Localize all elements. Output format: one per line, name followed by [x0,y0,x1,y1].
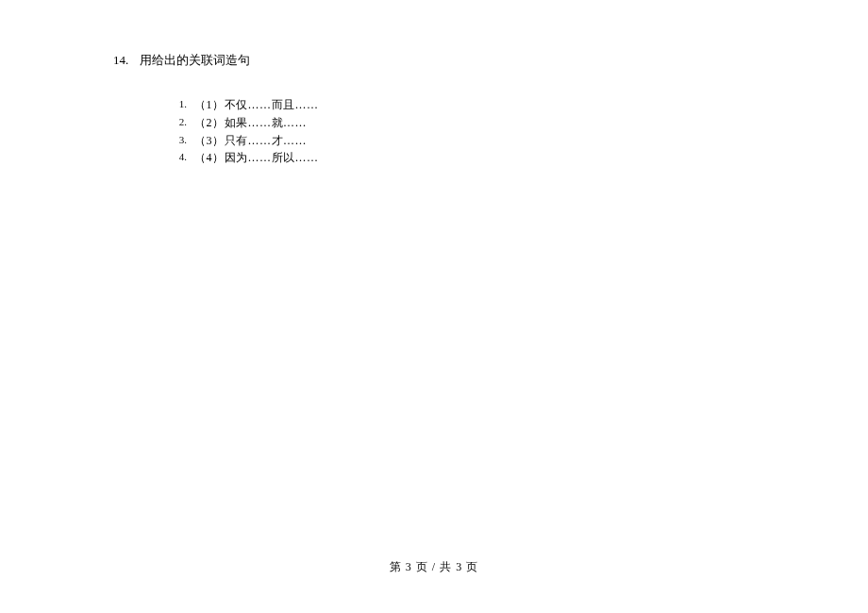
list-text: （4）因为……所以…… [194,150,319,166]
list-marker: 4. [170,150,187,166]
list-text: （3）只有……才…… [194,133,307,149]
list-text: （1）不仅……而且…… [194,97,319,113]
list-text: （2）如果……就…… [194,115,307,131]
list-marker: 3. [170,133,187,149]
list-container: 1. （1）不仅……而且…… 2. （2）如果……就…… 3. （3）只有……才… [113,97,868,166]
question-header: 14. 用给出的关联词造句 [113,52,868,69]
list-item: 1. （1）不仅……而且…… [170,97,868,113]
list-item: 3. （3）只有……才…… [170,133,868,149]
list-item: 2. （2）如果……就…… [170,115,868,131]
list-marker: 1. [170,97,187,113]
question-title: 用给出的关联词造句 [140,53,250,67]
page-footer: 第 3 页 / 共 3 页 [0,559,868,575]
page-content: 14. 用给出的关联词造句 1. （1）不仅……而且…… 2. （2）如果……就… [0,0,868,166]
list-marker: 2. [170,115,187,131]
list-item: 4. （4）因为……所以…… [170,150,868,166]
question-number: 14. [113,53,128,67]
